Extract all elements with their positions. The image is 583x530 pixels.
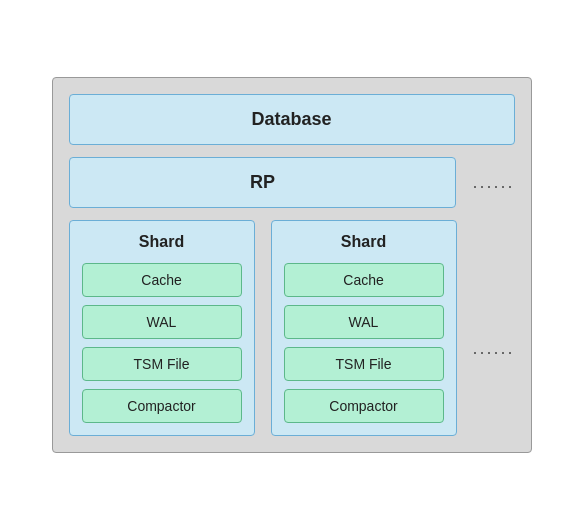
shard1-compactor: Compactor <box>82 389 242 423</box>
rp-ellipsis: ...... <box>472 172 514 193</box>
shard1-wal: WAL <box>82 305 242 339</box>
shard-title-2: Shard <box>284 233 444 251</box>
shard1-cache: Cache <box>82 263 242 297</box>
rp-row: RP ...... <box>69 157 515 208</box>
shard-box-1: Shard Cache WAL TSM File Compactor <box>69 220 255 436</box>
shard2-compactor: Compactor <box>284 389 444 423</box>
rp-box: RP <box>69 157 457 208</box>
shard1-tsm-file: TSM File <box>82 347 242 381</box>
shard2-wal: WAL <box>284 305 444 339</box>
shard2-tsm-file: TSM File <box>284 347 444 381</box>
shards-ellipsis: ...... <box>473 298 515 359</box>
shards-row: Shard Cache WAL TSM File Compactor Shard… <box>69 220 515 436</box>
shard2-cache: Cache <box>284 263 444 297</box>
outer-box: Database RP ...... Shard Cache WAL TSM F… <box>52 77 532 453</box>
diagram-container: Database RP ...... Shard Cache WAL TSM F… <box>32 20 552 510</box>
database-box: Database <box>69 94 515 145</box>
shard-box-2: Shard Cache WAL TSM File Compactor <box>271 220 457 436</box>
shard-title-1: Shard <box>82 233 242 251</box>
